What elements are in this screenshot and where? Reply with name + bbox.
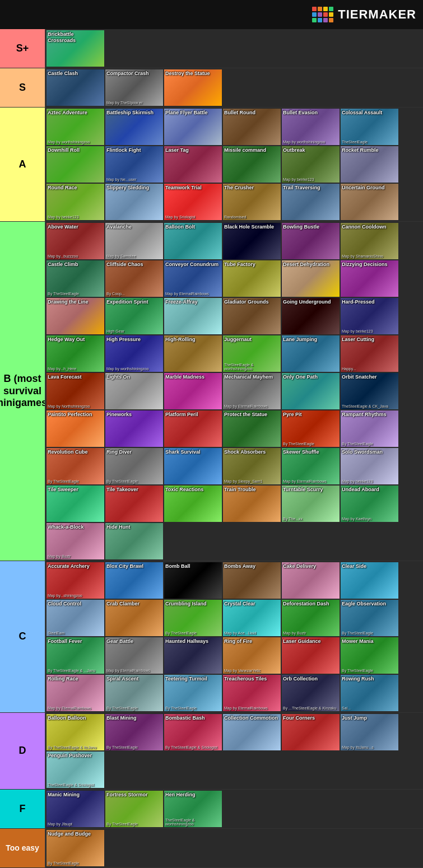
game-item[interactable]: Orbit SnatcherTheSteelEagle & CK_Java (341, 373, 398, 409)
game-item[interactable]: Above WaterMap by...buzzzoo (47, 223, 104, 259)
game-item[interactable]: Desert Dehydration (282, 260, 340, 297)
game-item[interactable]: Blox City Brawl (105, 562, 163, 599)
game-item[interactable]: Crumbling IslandBy TheSteelEagle (164, 600, 222, 636)
game-item[interactable]: Bullet EvasionMap by worthshiningzoo (282, 109, 340, 145)
game-item[interactable]: Conveyor ConundrumMap by EternalRainbows (164, 260, 222, 297)
game-item[interactable]: Rowing RushSal... (341, 675, 398, 711)
game-item[interactable]: Brickbattle Crossroads (47, 30, 104, 67)
game-item[interactable]: Shock AbsorbersMap by Sleepy_Sam1 (223, 448, 281, 484)
game-item[interactable]: Tile Takeover (105, 486, 163, 522)
game-item[interactable]: Hen HerdingTheSteelEagle & worthshiningz… (164, 791, 222, 827)
game-item[interactable]: Castle ClimbBy TheSteelEagle (47, 260, 104, 297)
game-item[interactable]: Skewer ShuffleMap by EternalRainbows (282, 448, 340, 484)
game-item[interactable]: Bombastic BashBy TheSteelEagle & Sriolog… (164, 714, 222, 750)
game-item[interactable]: High-Rolling (164, 335, 222, 372)
game-item[interactable]: Missile command (223, 146, 281, 183)
game-item[interactable]: Lava ForecastMap by Northshiningzoo (47, 373, 104, 409)
game-item[interactable]: Deforestation DashMap by Buztr (282, 600, 340, 636)
game-item[interactable]: Four Corners (282, 714, 340, 750)
game-item[interactable]: Treacherous TilesMap by EternalRainbows (223, 675, 281, 711)
game-item[interactable]: Battleship Skirmish (105, 109, 163, 145)
game-item[interactable]: Nudge and BudgeBy TheSteelEagle (47, 830, 104, 866)
game-item[interactable]: Platform Peril (164, 410, 222, 447)
game-item[interactable]: Clear Side (341, 562, 398, 599)
game-item[interactable]: Balloon BalloonBy TheSteelEagle & ItsJan… (47, 714, 104, 750)
game-item[interactable]: OutbreakMap by beirke123 (282, 146, 340, 183)
game-item[interactable]: Revolution CubeBy TheSteelEagle (47, 448, 104, 484)
game-item[interactable]: Destroy the Statue (164, 69, 222, 106)
game-item[interactable]: Bullet Round (223, 109, 281, 145)
game-item[interactable]: Turntable ScurryBy The...xx (282, 486, 340, 522)
game-item[interactable]: Protect the Statue (223, 410, 281, 447)
game-item[interactable]: Rampant RhythmsBy TheSteelEagle (341, 410, 398, 447)
game-item[interactable]: Dizzying Decisions (341, 260, 398, 297)
game-item[interactable]: Laser CuttingHappy... (341, 335, 398, 372)
game-item[interactable]: Toxic Reactions (164, 486, 222, 522)
game-item[interactable]: Cannon CooldownMap by ShamanisShino (341, 223, 398, 259)
game-item[interactable]: Shark Survival (164, 448, 222, 484)
game-item[interactable]: Train Trouble (223, 486, 281, 522)
game-item[interactable]: Lights On (105, 373, 163, 409)
game-item[interactable]: Tube Factory (223, 260, 281, 297)
game-item[interactable]: Balloon Bolt (164, 223, 222, 259)
game-item[interactable]: Accurate ArcheryMap by...shiningzoo (47, 562, 104, 599)
game-item[interactable]: Just JumpMap by ItsJanu...s (341, 714, 398, 750)
game-item[interactable]: Mower ManiaBy TheSteelEagle (341, 637, 398, 674)
game-item[interactable]: Laser Tag (164, 146, 222, 183)
game-item[interactable]: Collection Commotion (223, 714, 281, 750)
game-item[interactable]: Lane Jumping (282, 335, 340, 372)
game-item[interactable]: Cake Delivery (282, 562, 340, 599)
game-item[interactable]: Hard-PressedMap by beirke123 (341, 298, 398, 334)
game-item[interactable]: Colossal AssaultTheSteelEagle (341, 109, 398, 145)
game-item[interactable]: Compactor CrashMap by TheStpow er (105, 69, 163, 106)
game-item[interactable]: Paintito Perfection (47, 410, 104, 447)
game-item[interactable]: Fortress StormorBy TheSteelEagle (105, 791, 163, 827)
game-item[interactable]: Solo SwordsmanMap by beirke123 (341, 448, 398, 484)
game-item[interactable]: Flintlock FightMap by Ne...user (105, 146, 163, 183)
game-item[interactable]: Gladiator Grounds (223, 298, 281, 334)
game-item[interactable]: Only One Path (282, 373, 340, 409)
game-item[interactable]: Cloud ControlSteelEam (47, 600, 104, 636)
game-item[interactable]: Slippery Sledding (105, 184, 163, 220)
game-item[interactable]: Cliffside ChaosBy Coop... (105, 260, 163, 297)
game-item[interactable]: Downhill Roll (47, 146, 104, 183)
game-item[interactable]: Gear BattleMap by EternalRainbows (105, 637, 163, 674)
game-item[interactable]: Tile Sweeper (47, 486, 104, 522)
game-item[interactable]: Ring DiverBy TheSteelEagle (105, 448, 163, 484)
game-item[interactable]: Bowling Bustle (282, 223, 340, 259)
game-item[interactable]: Teamwork TrialMap by Sriologist (164, 184, 222, 220)
game-item[interactable]: Uncertain Ground (341, 184, 398, 220)
game-item[interactable]: Crab Clamber (105, 600, 163, 636)
game-item[interactable]: Football FeverBy TheSteelEagle & ...Janu (47, 637, 104, 674)
game-item[interactable]: Expedition SprintHigh Gear (105, 298, 163, 334)
game-item[interactable]: Plane Flyer Battle (164, 109, 222, 145)
game-item[interactable]: The CrusherRandomised (223, 184, 281, 220)
game-item[interactable]: Rocket Rumble (341, 146, 398, 183)
game-item[interactable]: Haunted Hallways (164, 637, 222, 674)
game-item[interactable]: Undead AboardMap by Kaethryn (341, 486, 398, 522)
game-item[interactable]: Laser Guidance (282, 637, 340, 674)
game-item[interactable]: Hedge Way OutMap by...h_Here (47, 335, 104, 372)
game-item[interactable]: Going Underground (282, 298, 340, 334)
game-item[interactable]: High PressureMap by worthshiningzoo (105, 335, 163, 372)
game-item[interactable]: Drawing the Line (47, 298, 104, 334)
game-item[interactable]: Round RaceMap by beirke123 (47, 184, 104, 220)
game-item[interactable]: Marble Madness (164, 373, 222, 409)
game-item[interactable]: AvalancheMap by Samstee (105, 223, 163, 259)
game-item[interactable]: Penguin PushoverTheSteelEagle & Sriologi… (47, 752, 104, 788)
game-item[interactable]: JuggernautTheSteelEagle & worthshiningzo… (223, 335, 281, 372)
game-item[interactable]: Black Hole Scramble (223, 223, 281, 259)
game-item[interactable]: Spiral AscentBy TheSteelEagle (105, 675, 163, 711)
game-item[interactable]: Crystal ClearMap by Ace...Lloid (223, 600, 281, 636)
game-item[interactable]: Rolling RaceMap by EternalRainbows (47, 675, 104, 711)
game-item[interactable]: Aztec AdventureMap by worthshiningzoo (47, 109, 104, 145)
game-item[interactable]: Manic MiningMap by Jfaupt (47, 791, 104, 827)
game-item[interactable]: Blast MiningBy TheSteelEagle (105, 714, 163, 750)
game-item[interactable]: Teetering TurmoilBy TheSteelEagle (164, 675, 222, 711)
game-item[interactable]: Orb CollectionBy ...TheSteelEagle & Kinz… (282, 675, 340, 711)
game-item[interactable]: Bomb Ball (164, 562, 222, 599)
game-item[interactable]: Castle Clash (47, 69, 104, 106)
game-item[interactable]: Whack-a-BlockMap by Buztr (47, 523, 104, 559)
game-item[interactable]: Hide Hunt (105, 523, 163, 559)
game-item[interactable]: Freeze-Affray (164, 298, 222, 334)
